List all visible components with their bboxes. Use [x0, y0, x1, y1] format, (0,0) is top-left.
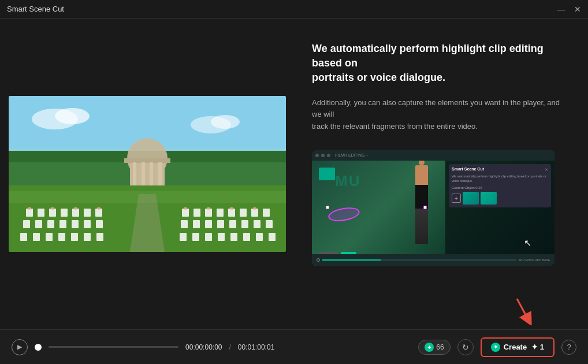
- demo-video-area: MU Cancel Save: [312, 161, 445, 266]
- info-headline: We automatically perform highlight clip …: [312, 42, 565, 86]
- svg-rect-34: [46, 233, 53, 241]
- svg-rect-12: [142, 162, 145, 185]
- svg-rect-61: [256, 233, 263, 241]
- svg-rect-19: [38, 209, 44, 217]
- refresh-button[interactable]: ↻: [457, 339, 474, 355]
- svg-point-69: [230, 207, 233, 210]
- create-button[interactable]: ✦ Create ✦ 1: [481, 337, 554, 357]
- svg-rect-37: [84, 233, 91, 241]
- svg-rect-53: [254, 220, 260, 228]
- time-separator: /: [229, 343, 231, 351]
- create-label: Create: [504, 343, 527, 351]
- demo-cursor: ↖: [524, 237, 531, 248]
- svg-rect-36: [71, 233, 78, 241]
- demo-dialog-close: ✕: [545, 168, 548, 172]
- minimize-button[interactable]: —: [557, 5, 565, 13]
- svg-rect-58: [218, 233, 225, 241]
- demo-tl-fill: [322, 259, 381, 261]
- demo-thumbs-row: +: [452, 192, 548, 205]
- play-button[interactable]: ▶: [12, 339, 28, 355]
- svg-rect-56: [192, 233, 199, 241]
- demo-figure-head: [419, 161, 425, 165]
- refresh-icon: ↻: [462, 343, 469, 352]
- svg-rect-31: [96, 220, 103, 228]
- svg-rect-29: [72, 220, 79, 228]
- svg-rect-13: [150, 162, 153, 185]
- demo-handle-tl: [326, 206, 329, 209]
- demo-add-thumb: +: [452, 194, 461, 203]
- video-panel: [0, 18, 295, 329]
- svg-rect-30: [84, 220, 91, 228]
- demo-timeline: ADD MUSIC ADD BASE: [312, 254, 554, 266]
- svg-rect-25: [23, 220, 30, 228]
- demo-inner: FILMR EDITING ~ MU: [312, 150, 554, 266]
- demo-custom-object-label: Custom Object 0.25: [452, 186, 548, 190]
- window-controls: — ✕: [557, 5, 581, 13]
- demo-handle-tr: [423, 206, 427, 209]
- svg-rect-59: [230, 233, 237, 241]
- help-button[interactable]: ?: [561, 340, 576, 355]
- svg-rect-40: [193, 209, 200, 217]
- seek-dot[interactable]: [35, 344, 42, 351]
- svg-rect-28: [59, 220, 66, 228]
- svg-rect-48: [193, 220, 200, 228]
- svg-rect-54: [266, 220, 273, 228]
- demo-card: FILMR EDITING ~ MU: [312, 150, 554, 266]
- demo-dialog-area: Smart Scene Cut ✕ We automatically perfo…: [445, 161, 554, 266]
- svg-rect-44: [240, 209, 247, 217]
- demo-dot-2: [321, 154, 325, 157]
- svg-rect-55: [180, 233, 187, 241]
- create-plus-icon: ✦: [491, 343, 500, 352]
- svg-rect-32: [20, 233, 27, 241]
- demo-tl-bar: [322, 259, 516, 261]
- svg-point-70: [253, 207, 256, 210]
- svg-point-66: [97, 207, 101, 210]
- app-title: Smart Scene Cut: [7, 5, 64, 13]
- demo-tl-label: ADD MUSIC ADD BASE: [519, 258, 550, 262]
- svg-point-65: [74, 207, 77, 210]
- svg-rect-23: [84, 209, 91, 217]
- svg-rect-47: [181, 220, 188, 228]
- svg-rect-11: [133, 162, 136, 185]
- demo-topbar: FILMR EDITING ~: [312, 150, 554, 161]
- svg-rect-62: [269, 233, 276, 241]
- svg-point-5: [211, 115, 240, 129]
- main-content: We automatically perform highlight clip …: [0, 18, 588, 329]
- svg-rect-14: [158, 162, 162, 185]
- svg-rect-57: [205, 233, 212, 241]
- svg-rect-21: [61, 209, 68, 217]
- svg-rect-35: [58, 233, 65, 241]
- svg-rect-38: [96, 233, 103, 241]
- badge-plus-button[interactable]: + 66: [418, 340, 450, 355]
- svg-rect-42: [217, 209, 224, 217]
- svg-rect-26: [35, 220, 42, 228]
- demo-thumb-1: [463, 192, 479, 205]
- svg-rect-50: [217, 220, 224, 228]
- video-container: [9, 96, 286, 252]
- close-button[interactable]: ✕: [574, 5, 581, 13]
- svg-rect-51: [229, 220, 236, 228]
- demo-video-bg: MU Cancel Save: [312, 161, 445, 266]
- svg-rect-46: [263, 209, 270, 217]
- badge-count: 66: [436, 343, 444, 351]
- demo-dialog-body: We automatically perform highlight clip …: [452, 174, 548, 183]
- svg-rect-33: [33, 233, 40, 241]
- svg-point-63: [28, 207, 31, 210]
- total-time: 00:01:00:01: [238, 343, 274, 351]
- demo-bg-text: MU: [335, 172, 360, 190]
- outdoor-scene-svg: [9, 96, 286, 252]
- demo-dialog-title: Smart Scene Cut: [452, 167, 484, 171]
- svg-rect-60: [243, 233, 250, 241]
- help-icon: ?: [567, 343, 571, 351]
- svg-rect-52: [241, 220, 248, 228]
- svg-rect-27: [47, 220, 54, 228]
- badge-plus-icon: +: [425, 343, 434, 352]
- demo-dialog: Smart Scene Cut ✕ We automatically perfo…: [449, 164, 551, 207]
- svg-rect-10: [124, 158, 170, 163]
- progress-bar[interactable]: [49, 346, 178, 348]
- demo-thumbnail: [319, 168, 335, 180]
- demo-tl-dot: [317, 258, 320, 262]
- demo-dot-3: [327, 154, 330, 157]
- create-count: ✦ 1: [531, 343, 544, 351]
- info-subtext: Additionally, you can also capture the e…: [312, 97, 565, 133]
